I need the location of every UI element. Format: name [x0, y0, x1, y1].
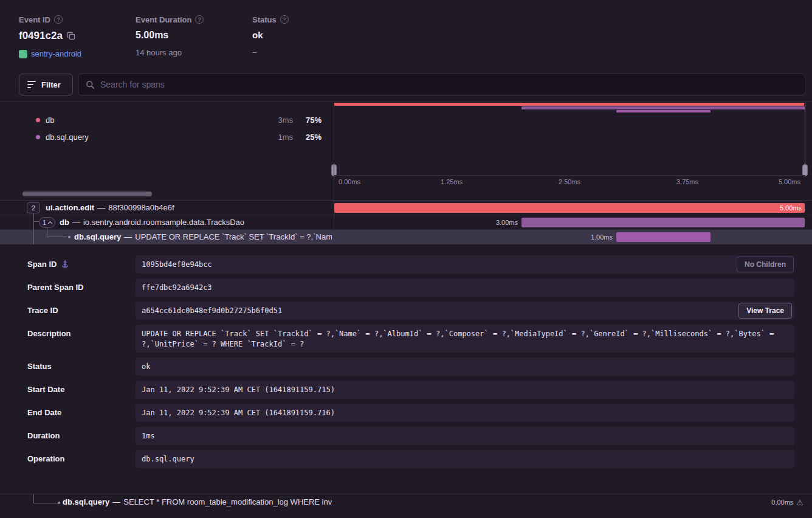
detail-row-span-id: Span ID 1095bd4ef8e94bcc No Children: [0, 255, 812, 274]
sentry-span-detail-view: Event ID ? f0491c2a sentry-android Event…: [0, 0, 812, 518]
minimap-drag-handle-right[interactable]: [802, 164, 808, 176]
view-trace-button[interactable]: View Trace: [738, 303, 792, 319]
tree-connector: [33, 221, 39, 222]
help-icon[interactable]: ?: [280, 15, 289, 24]
span-duration-text: 3.00ms: [481, 215, 518, 230]
axis-tick: 0.00ms: [339, 178, 360, 185]
anchor-icon[interactable]: [61, 260, 69, 269]
detail-row-end-date: End Date Jan 11, 2022 9:52:39 AM CET (16…: [0, 404, 812, 422]
span-description: SELECT * FROM room_table_modification_lo…: [123, 497, 332, 506]
filter-button[interactable]: Filter: [19, 74, 73, 95]
detail-label: Duration: [27, 431, 60, 440]
minimap-span-bar: [616, 110, 710, 112]
detail-label: Parent Span ID: [27, 283, 83, 292]
event-age: 14 hours ago: [136, 48, 182, 57]
minimap-span-bar: [521, 106, 805, 109]
detail-row-operation: Operation db.sql.query: [0, 450, 812, 468]
axis-tick: 3.75ms: [676, 178, 698, 185]
minimap-span-bar: [334, 103, 804, 106]
status-column: Status ? ok –: [252, 15, 289, 57]
filter-icon: [27, 81, 36, 88]
duration-value: 1ms: [136, 427, 794, 445]
time-axis: 0.00ms 1.25ms 2.50ms 3.75ms 5.00ms: [334, 175, 805, 187]
operation-value: db.sql.query: [136, 450, 794, 468]
span-duration-text: 0.00ms: [771, 499, 793, 506]
copy-icon[interactable]: [67, 32, 75, 40]
separator: —: [72, 218, 80, 227]
tree-duration-divider[interactable]: [334, 102, 334, 244]
status-sub: –: [252, 47, 256, 57]
help-icon[interactable]: ?: [195, 15, 204, 24]
leaf-dot: [68, 236, 71, 238]
span-op: ui.action.edit: [46, 203, 94, 212]
filter-label: Filter: [41, 80, 61, 89]
span-row-bottom[interactable]: db.sql.query—SELECT * FROM room_table_mo…: [0, 494, 812, 509]
start-date-value: Jan 11, 2022 9:52:39 AM CET (1641891159.…: [136, 381, 794, 399]
detail-label: Start Date: [27, 385, 64, 394]
detail-label-text: End Date: [27, 408, 61, 417]
help-icon[interactable]: ?: [54, 15, 63, 24]
detail-label-text: Duration: [27, 431, 60, 440]
badge-count: 1: [43, 219, 46, 226]
search-box[interactable]: [78, 74, 805, 95]
no-children-button[interactable]: No Children: [737, 257, 794, 272]
horizontal-scrollbar[interactable]: [22, 192, 152, 196]
parent-span-id-value: ffe7dbc92a6942c3: [136, 278, 794, 297]
legend-op-duration: 1ms: [256, 133, 293, 142]
axis-tick: 5.00ms: [779, 178, 800, 185]
span-row-selected[interactable]: db.sql.query—UPDATE OR REPLACE `Track` S…: [0, 230, 812, 244]
legend-op-duration: 3ms: [256, 116, 293, 125]
span-op: db: [60, 218, 69, 227]
span-description: 88f300998a0b4e6f: [108, 203, 174, 212]
separator: —: [124, 232, 132, 241]
span-row-label: db—io.sentry.android.roomsample.data.Tra…: [60, 215, 332, 230]
legend-dot: [36, 135, 40, 139]
warning-icon[interactable]: ⚠: [796, 499, 803, 506]
span-duration-bar[interactable]: [521, 218, 805, 227]
event-duration-value: 5.00ms: [136, 30, 168, 41]
detail-label-text: Trace ID: [27, 306, 58, 315]
detail-label: Trace ID: [27, 306, 58, 315]
span-duration-bar[interactable]: [616, 232, 710, 242]
detail-label-text: Operation: [27, 454, 64, 463]
span-duration-text: 1.00ms: [576, 230, 613, 244]
axis-tick: 1.25ms: [441, 178, 463, 185]
span-row-label: db.sql.query—SELECT * FROM room_table_mo…: [63, 494, 332, 510]
axis-tick: 2.50ms: [559, 178, 580, 185]
project-link[interactable]: sentry-android: [31, 49, 81, 58]
span-id-value: 1095bd4ef8e94bcc: [136, 255, 794, 274]
detail-row-trace-id: Trace ID a654cc61dc0b48ef9d0b27275b6f0d5…: [0, 302, 812, 320]
end-date-value: Jan 11, 2022 9:52:39 AM CET (1641891159.…: [136, 404, 794, 422]
detail-row-parent-span-id: Parent Span ID ffe7dbc92a6942c3: [0, 278, 812, 297]
detail-row-status: Status ok: [0, 357, 812, 376]
legend-row: db 3ms 75%: [19, 111, 322, 128]
detail-label: Operation: [27, 454, 64, 463]
detail-label-text: Description: [27, 329, 71, 338]
legend-op-name: db: [46, 116, 256, 125]
separator: —: [112, 497, 120, 506]
legend-op-percent: 25%: [293, 133, 322, 142]
tree-connector: [47, 227, 47, 237]
tree-connector: [33, 213, 34, 244]
spans-minimap[interactable]: 0.00ms 1.25ms 2.50ms 3.75ms 5.00ms: [334, 102, 805, 187]
detail-label: Status: [27, 362, 52, 371]
legend-dot: [36, 118, 40, 122]
chevron-up-icon: [48, 221, 52, 225]
event-duration-column: Event Duration ? 5.00ms 14 hours ago: [136, 15, 204, 57]
ops-breakdown-legend: db 3ms 75% db.sql.query 1ms 25%: [19, 111, 322, 145]
span-row-label: db.sql.query—UPDATE OR REPLACE `Track` S…: [74, 230, 332, 244]
search-input[interactable]: [100, 80, 797, 89]
span-children-badge[interactable]: 1: [39, 217, 55, 228]
status-value-box: ok: [136, 357, 794, 376]
span-row-label: ui.action.edit—88f300998a0b4e6f: [46, 201, 331, 215]
detail-label: Description: [27, 329, 71, 338]
legend-op-percent: 75%: [293, 116, 322, 125]
scrollbar-row: [0, 187, 812, 201]
span-row[interactable]: 1 db—io.sentry.android.roomsample.data.T…: [0, 215, 812, 230]
span-children-badge[interactable]: 2: [27, 202, 40, 213]
span-row[interactable]: 2 ui.action.edit—88f300998a0b4e6f 5.00ms: [0, 201, 812, 215]
search-icon: [86, 80, 95, 89]
legend-op-name: db.sql.query: [46, 133, 256, 142]
span-duration-bar[interactable]: 5.00ms: [334, 203, 805, 213]
project-platform-icon: [19, 50, 27, 58]
